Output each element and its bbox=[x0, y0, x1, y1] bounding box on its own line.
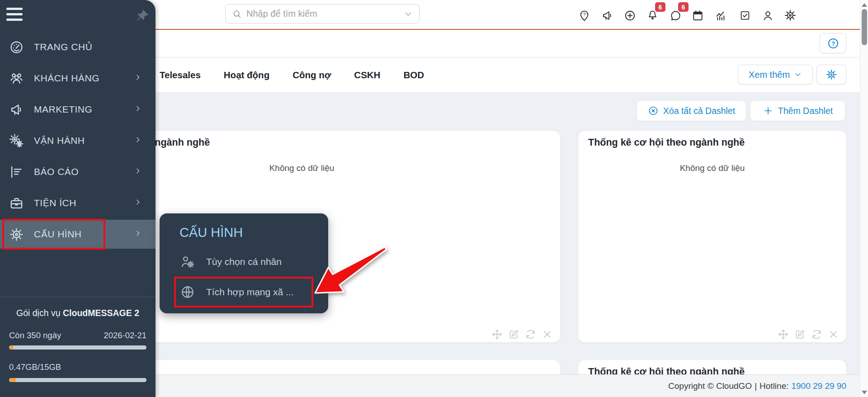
pin-sidebar-icon[interactable] bbox=[135, 9, 150, 25]
tab-bod[interactable]: BOD bbox=[403, 70, 424, 80]
edit-dashlet-icon[interactable] bbox=[508, 328, 519, 340]
help-button[interactable] bbox=[820, 33, 846, 53]
hotline-number[interactable]: 1900 29 29 90 bbox=[791, 381, 846, 391]
customers-icon bbox=[9, 71, 24, 86]
plan-name: CloudMESSAGE 2 bbox=[63, 308, 139, 318]
menu-item-tuy-chon-ca-nhan[interactable]: Tùy chọn cá nhân bbox=[180, 251, 320, 272]
sidebar-item-label: MARKETING bbox=[34, 104, 92, 115]
dashlet-card: Thống kê cơ hội theo ngành nghề Không có… bbox=[578, 130, 847, 343]
global-search[interactable] bbox=[225, 4, 420, 24]
message-badge: 6 bbox=[678, 2, 689, 12]
search-input[interactable] bbox=[246, 9, 404, 19]
annotation-box-sidebar bbox=[2, 219, 105, 250]
chevron-down-icon bbox=[794, 71, 802, 79]
gear-icon bbox=[826, 69, 837, 80]
plan-label: Gói dịch vụ bbox=[16, 308, 63, 318]
see-more-button[interactable]: Xem thêm bbox=[738, 65, 813, 85]
menu-item-label: Tùy chọn cá nhân bbox=[206, 256, 282, 267]
question-circle-icon bbox=[827, 37, 840, 50]
plan-title: Gói dịch vụ CloudMESSAGE 2 bbox=[0, 308, 156, 318]
plan-expiry-date: 2026-02-21 bbox=[104, 331, 146, 340]
dashlet-title: Thống kê cơ hội theo ngành nghề bbox=[588, 137, 745, 148]
operations-gears-icon bbox=[9, 133, 24, 148]
clear-all-dashlets-button[interactable]: Xóa tất cả Dashlet bbox=[637, 100, 746, 121]
sidebar-item-tien-ich[interactable]: TIỆN ÍCH bbox=[0, 189, 156, 217]
hamburger-menu-icon[interactable] bbox=[6, 7, 23, 22]
user-preferences-icon bbox=[180, 254, 195, 269]
settings-icon[interactable] bbox=[781, 6, 799, 24]
dashboard-settings-button[interactable] bbox=[816, 65, 846, 85]
see-more-label: Xem thêm bbox=[749, 70, 790, 80]
sidebar-item-khach-hang[interactable]: KHÁCH HÀNG bbox=[0, 64, 156, 93]
sidebar-item-label: BÁO CÁO bbox=[34, 166, 79, 177]
chevron-right-icon bbox=[134, 73, 142, 83]
plan-storage: 0.47GB/15GB bbox=[9, 362, 61, 372]
sidebar-item-marketing[interactable]: MARKETING bbox=[0, 95, 156, 124]
dashlet-empty-text: Không có dữ liệu bbox=[578, 163, 846, 173]
dashlet-tools bbox=[777, 328, 839, 340]
service-plan-panel: Gói dịch vụ CloudMESSAGE 2 Còn 350 ngày … bbox=[0, 297, 156, 318]
scroll-up-button[interactable] bbox=[862, 3, 867, 7]
sidebar-item-label: KHÁCH HÀNG bbox=[34, 73, 99, 84]
report-icon bbox=[9, 165, 24, 180]
hotline-label: Hotline: bbox=[760, 381, 788, 391]
remove-dashlet-icon[interactable] bbox=[827, 328, 839, 340]
sidebar-item-label: TIỆN ÍCH bbox=[34, 198, 76, 208]
move-dashlet-icon[interactable] bbox=[777, 328, 789, 340]
plus-icon bbox=[763, 105, 774, 116]
clear-all-label: Xóa tất cả Dashlet bbox=[663, 106, 735, 116]
scroll-down-button[interactable] bbox=[862, 391, 867, 394]
user-icon[interactable] bbox=[759, 6, 777, 24]
sidebar-item-label: VẬN HÀNH bbox=[34, 135, 85, 146]
chevron-right-icon bbox=[134, 198, 142, 208]
sidebar-item-bao-cao[interactable]: BÁO CÁO bbox=[0, 157, 156, 186]
chevron-right-icon bbox=[134, 167, 142, 177]
bell-icon[interactable]: 6 bbox=[643, 6, 661, 24]
add-dashlet-label: Thêm Dashlet bbox=[778, 106, 833, 116]
megaphone-icon bbox=[9, 102, 24, 117]
tab-cong-no[interactable]: Công nợ bbox=[292, 70, 331, 80]
map-pin-question-icon[interactable] bbox=[575, 6, 593, 24]
chevron-right-icon bbox=[134, 136, 142, 146]
chevron-right-icon bbox=[134, 104, 142, 114]
plan-storage-progressbar bbox=[9, 378, 146, 382]
circle-x-icon bbox=[648, 105, 659, 116]
dashlet-tools bbox=[491, 328, 553, 340]
utilities-briefcase-icon bbox=[9, 196, 24, 211]
remove-dashlet-icon[interactable] bbox=[541, 328, 553, 340]
megaphone-icon[interactable] bbox=[598, 6, 616, 24]
plan-days-left: Còn 350 ngày bbox=[9, 331, 61, 340]
annotation-box-menu-item bbox=[174, 277, 313, 307]
vertical-scrollbar bbox=[860, 0, 868, 397]
tab-cskh[interactable]: CSKH bbox=[354, 70, 380, 80]
edit-dashlet-icon[interactable] bbox=[794, 328, 806, 340]
sidebar-item-label: TRANG CHỦ bbox=[34, 42, 92, 52]
tab-telesales[interactable]: Telesales bbox=[160, 70, 201, 80]
chevron-right-icon bbox=[134, 229, 142, 239]
move-dashlet-icon[interactable] bbox=[491, 328, 503, 340]
tab-hoat-dong[interactable]: Hoạt động bbox=[224, 70, 269, 80]
copyright-text: Copyright © CloudGO bbox=[668, 381, 752, 391]
app-page: 6 6 Telesales Hoạt động Công nợ CSKH BOD… bbox=[0, 0, 868, 397]
sidebar: TRANG CHỦ KHÁCH HÀNG MARKETING VẬN HÀNH … bbox=[0, 0, 156, 397]
analytics-icon[interactable] bbox=[712, 6, 730, 24]
plan-days-progressbar bbox=[9, 345, 146, 350]
plus-circle-icon[interactable] bbox=[621, 6, 639, 24]
scrollbar-thumb[interactable] bbox=[862, 9, 867, 45]
dashboard-icon bbox=[9, 40, 24, 55]
notification-badge: 6 bbox=[655, 2, 665, 12]
sidebar-item-van-hanh[interactable]: VẬN HÀNH bbox=[0, 126, 156, 155]
refresh-dashlet-icon[interactable] bbox=[811, 328, 822, 340]
tasks-check-icon[interactable] bbox=[736, 6, 754, 24]
refresh-dashlet-icon[interactable] bbox=[524, 328, 536, 340]
chevron-down-icon[interactable] bbox=[404, 9, 413, 19]
add-dashlet-button[interactable]: Thêm Dashlet bbox=[750, 100, 845, 121]
chat-icon[interactable]: 6 bbox=[666, 6, 684, 24]
calendar-icon[interactable] bbox=[689, 6, 707, 24]
cau-hinh-flyout-menu: CẤU HÌNH Tùy chọn cá nhân Tích hợp mạng … bbox=[160, 213, 328, 313]
footer-separator: | bbox=[755, 381, 757, 391]
flyout-title: CẤU HÌNH bbox=[179, 225, 243, 240]
sidebar-item-trang-chu[interactable]: TRANG CHỦ bbox=[0, 33, 156, 61]
search-icon bbox=[232, 9, 242, 19]
dashboard-tabs: Telesales Hoạt động Công nợ CSKH BOD bbox=[160, 58, 424, 92]
